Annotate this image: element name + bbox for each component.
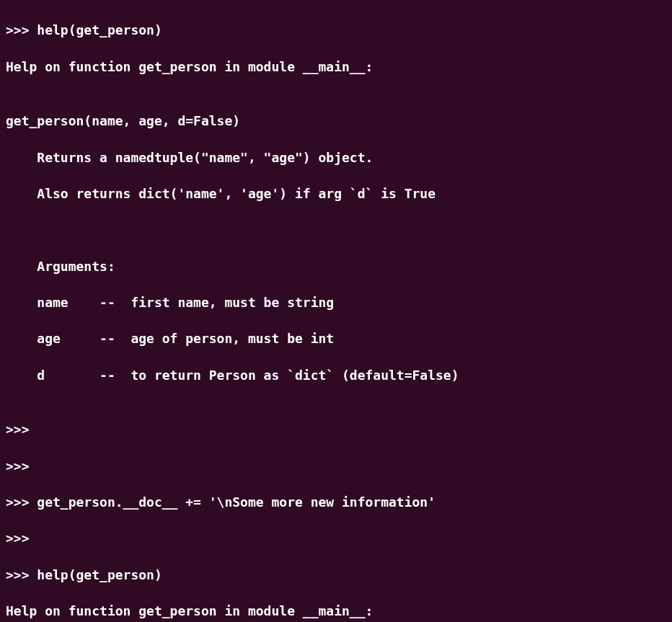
terminal-line: >>> help(get_person) (6, 21, 666, 39)
terminal-line: Arguments: (6, 257, 666, 275)
terminal-line: get_person(name, age, d=False) (6, 112, 666, 130)
terminal-line: >>> (6, 457, 666, 475)
terminal-line: >>> (6, 420, 666, 438)
terminal-line: d -- to return Person as `dict` (default… (6, 366, 666, 384)
terminal-line: Help on function get_person in module __… (6, 602, 666, 620)
terminal-line: name -- first name, must be string (6, 293, 666, 311)
terminal-line: >>> (6, 529, 666, 547)
terminal-line: Returns a namedtuple("name", "age") obje… (6, 148, 666, 166)
terminal-line: >>> get_person.__doc__ += '\nSome more n… (6, 493, 666, 511)
terminal-output[interactable]: >>> help(get_person) Help on function ge… (6, 3, 666, 622)
terminal-line: age -- age of person, must be int (6, 329, 666, 347)
terminal-line: Help on function get_person in module __… (6, 58, 666, 76)
terminal-line (6, 221, 666, 239)
terminal-line: Also returns dict('name', 'age') if arg … (6, 185, 666, 203)
terminal-line: >>> help(get_person) (6, 566, 666, 584)
